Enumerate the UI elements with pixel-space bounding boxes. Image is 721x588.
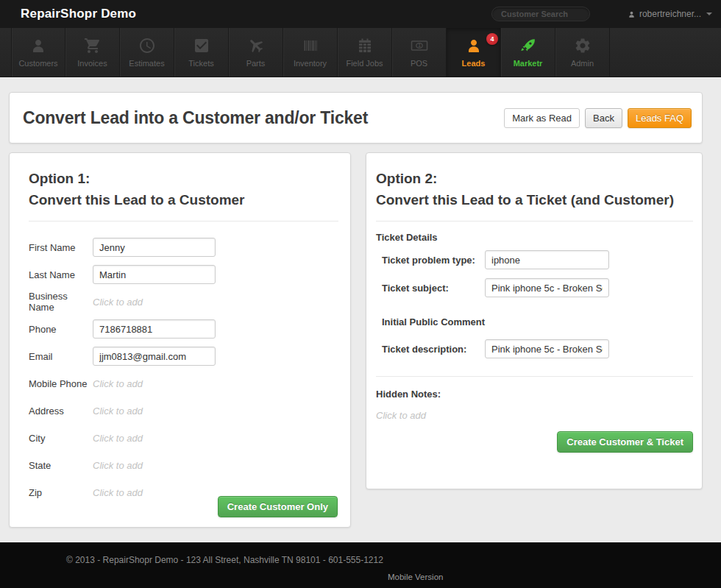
create-customer-only-button[interactable]: Create Customer Only bbox=[218, 496, 338, 517]
nav-item-field-jobs[interactable]: Field Jobs bbox=[338, 28, 392, 77]
leads-count-badge: 4 bbox=[486, 33, 498, 45]
person-icon bbox=[465, 37, 483, 54]
field-row: Ticket problem type: bbox=[382, 250, 693, 269]
field-label: City bbox=[29, 433, 93, 444]
field-label: Address bbox=[29, 405, 93, 417]
divider bbox=[29, 221, 338, 222]
initial-comment-form: Ticket description: bbox=[382, 339, 693, 358]
mark-as-read-button[interactable]: Mark as Read bbox=[504, 108, 580, 128]
nav-item-marketr[interactable]: Marketr bbox=[501, 28, 555, 77]
nav-label: Customers bbox=[18, 59, 57, 68]
state-click-to-add[interactable]: Click to add bbox=[93, 460, 143, 471]
first-name-input[interactable] bbox=[93, 238, 216, 257]
ticket-subject-input[interactable] bbox=[485, 278, 609, 297]
option2-heading: Option 2: Convert this Lead to a Ticket … bbox=[376, 168, 693, 210]
cart-icon bbox=[84, 37, 102, 54]
svg-text:1: 1 bbox=[418, 43, 421, 48]
nav-label: Invoices bbox=[77, 59, 107, 68]
nav-item-estimates[interactable]: Estimates bbox=[120, 28, 174, 77]
divider bbox=[376, 221, 693, 222]
footer-copyright: © 2013 - RepairShopr Demo - 123 All Stre… bbox=[66, 555, 383, 565]
business-name-click-to-add[interactable]: Click to add bbox=[93, 297, 143, 308]
option1-heading-line2: Convert this Lead to a Customer bbox=[29, 189, 338, 210]
field-label: Phone bbox=[29, 324, 93, 335]
field-row: Mobile Phone Click to add bbox=[29, 374, 338, 393]
field-row: Business Name Click to add bbox=[29, 292, 338, 311]
person-icon bbox=[29, 37, 47, 54]
last-name-input[interactable] bbox=[93, 265, 216, 284]
gear-icon bbox=[574, 37, 592, 54]
field-label: Last Name bbox=[29, 269, 93, 280]
nav-item-parts[interactable]: Parts bbox=[229, 28, 283, 77]
nav-label: Parts bbox=[246, 59, 266, 68]
field-label: First Name bbox=[29, 242, 93, 253]
ticket-details-form: Ticket problem type: Ticket subject: bbox=[382, 250, 693, 297]
user-icon bbox=[628, 10, 636, 18]
address-click-to-add[interactable]: Click to add bbox=[93, 405, 143, 417]
city-click-to-add[interactable]: Click to add bbox=[93, 433, 143, 444]
mobile-phone-click-to-add[interactable]: Click to add bbox=[93, 378, 143, 389]
page-title-card: Convert Lead into a Customer and/or Tick… bbox=[9, 92, 703, 144]
option1-heading-line1: Option 1: bbox=[29, 168, 338, 189]
app-brand: RepairShopr Demo bbox=[21, 7, 136, 21]
field-label: Email bbox=[29, 351, 93, 362]
field-label: Ticket subject: bbox=[382, 283, 485, 294]
ticket-details-heading: Ticket Details bbox=[376, 232, 693, 243]
back-button[interactable]: Back bbox=[585, 108, 622, 128]
hidden-notes-label: Hidden Notes: bbox=[376, 389, 693, 400]
nav-label: Estimates bbox=[129, 59, 164, 68]
option2-heading-line2: Convert this Lead to a Ticket (and Custo… bbox=[376, 189, 693, 210]
mobile-version-link[interactable]: Mobile Version bbox=[388, 573, 443, 581]
field-label: Ticket description: bbox=[382, 344, 485, 355]
field-row: State Click to add bbox=[29, 456, 338, 475]
calendar-icon bbox=[356, 37, 374, 54]
email-input[interactable] bbox=[93, 347, 216, 366]
top-header-bar: RepairShopr Demo robertreichner... bbox=[0, 0, 721, 28]
nav-label: Marketr bbox=[514, 59, 543, 68]
field-row: Address Click to add bbox=[29, 401, 338, 420]
nav-item-leads[interactable]: Leads 4 bbox=[447, 28, 501, 77]
nav-item-admin[interactable]: Admin bbox=[555, 28, 610, 77]
field-row: Last Name bbox=[29, 265, 338, 284]
clock-icon bbox=[138, 37, 156, 54]
nav-label: Inventory bbox=[294, 59, 327, 68]
nav-item-customers[interactable]: Customers bbox=[11, 28, 65, 77]
field-label: Mobile Phone bbox=[29, 378, 93, 389]
nav-item-inventory[interactable]: Inventory bbox=[283, 28, 338, 77]
chevron-down-icon bbox=[706, 13, 712, 15]
nav-item-pos[interactable]: 1 POS bbox=[392, 28, 447, 77]
field-row: Ticket description: bbox=[382, 339, 693, 358]
nav-label: Field Jobs bbox=[346, 59, 383, 68]
field-label: Business Name bbox=[29, 291, 93, 313]
field-label: Ticket problem type: bbox=[382, 255, 485, 266]
user-menu[interactable]: robertreichner... bbox=[628, 0, 712, 28]
nav-label: Admin bbox=[571, 59, 594, 68]
user-name: robertreichner... bbox=[639, 9, 701, 19]
option1-heading: Option 1: Convert this Lead to a Custome… bbox=[29, 168, 338, 210]
option2-heading-line1: Option 2: bbox=[376, 168, 693, 189]
field-label: Zip bbox=[29, 487, 93, 498]
barcode-icon bbox=[302, 37, 319, 54]
field-row: First Name bbox=[29, 238, 338, 257]
leads-faq-button[interactable]: Leads FAQ bbox=[628, 108, 692, 128]
title-actions: Mark as Read Back Leads FAQ bbox=[504, 108, 692, 128]
page-content: Convert Lead into a Customer and/or Tick… bbox=[0, 77, 703, 528]
option1-card: Option 1: Convert this Lead to a Custome… bbox=[9, 152, 351, 528]
zip-click-to-add[interactable]: Click to add bbox=[93, 487, 143, 498]
nav-item-tickets[interactable]: Tickets bbox=[174, 28, 229, 77]
option1-form: First Name Last Name Business Name Click… bbox=[29, 238, 338, 502]
field-row: Ticket subject: bbox=[382, 278, 693, 297]
field-row: Phone bbox=[29, 319, 338, 339]
create-customer-and-ticket-button[interactable]: Create Customer & Ticket bbox=[557, 431, 693, 453]
ticket-problem-type-input[interactable] bbox=[485, 250, 609, 269]
hidden-notes-click-to-add[interactable]: Click to add bbox=[376, 410, 693, 421]
rocket-icon bbox=[519, 37, 537, 54]
banknote-icon: 1 bbox=[411, 37, 428, 54]
ticket-description-input[interactable] bbox=[485, 339, 609, 358]
initial-public-comment-heading: Initial Public Comment bbox=[382, 316, 693, 327]
nav-item-invoices[interactable]: Invoices bbox=[65, 28, 120, 77]
page-footer: © 2013 - RepairShopr Demo - 123 All Stre… bbox=[0, 542, 721, 588]
nav-label: POS bbox=[411, 59, 427, 68]
customer-search-input[interactable] bbox=[491, 7, 590, 21]
phone-input[interactable] bbox=[93, 319, 216, 339]
